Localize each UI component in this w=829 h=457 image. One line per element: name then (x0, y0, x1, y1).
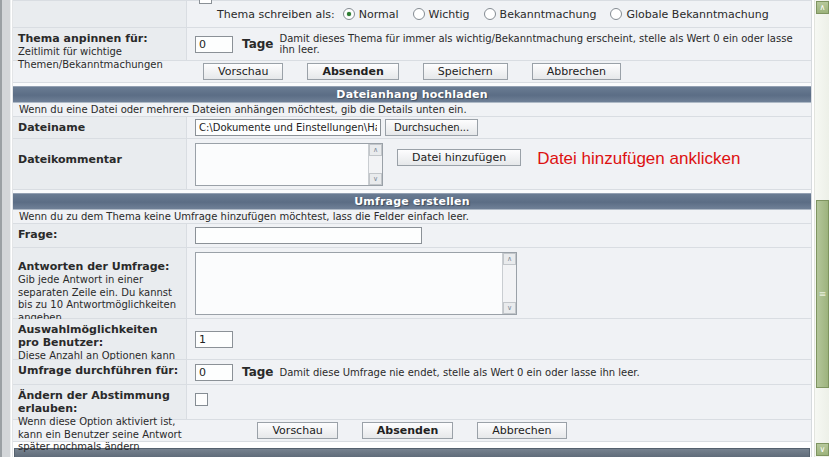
pin-days-input[interactable] (195, 36, 233, 53)
scroll-down-icon[interactable]: ∨ (369, 173, 382, 185)
pin-topic-label: Thema anpinnen für: (18, 32, 148, 45)
poll-question-input[interactable] (195, 227, 422, 244)
poll-duration-label: Umfrage durchführen für: (18, 364, 178, 377)
poll-duration-input[interactable] (195, 364, 233, 381)
poll-intro: Wenn du zu dem Thema keine Umfrage hinzu… (13, 210, 811, 224)
radio-normal-icon[interactable] (343, 8, 355, 20)
topic-type-row: Thema schreiben als: Normal Wichtig Beka… (13, 0, 811, 28)
scrollbar-down-icon[interactable]: ∨ (816, 443, 829, 456)
cutoff-checkbox-fragment (199, 0, 212, 4)
topic-type-option-bekanntmachung[interactable]: Bekanntmachung (484, 8, 597, 21)
posting-form-panel: Thema schreiben als: Normal Wichtig Beka… (12, 0, 812, 457)
poll-max-options-input[interactable] (195, 331, 233, 348)
page-left-border (0, 0, 11, 457)
poll-answers-label: Antworten der Umfrage: (18, 260, 169, 273)
poll-section-header: Umfrage erstellen (13, 193, 811, 210)
poll-answers-field-cell: ∧ ∨ (187, 248, 811, 318)
save-button[interactable]: Speichern (423, 63, 508, 80)
poll-answers-textarea[interactable] (196, 253, 502, 314)
poll-revote-row: Ändern der Abstimmung erlauben: Wenn die… (13, 385, 811, 420)
scrollbar-up-icon[interactable]: ∧ (816, 1, 829, 14)
pin-days-unit: Tage (242, 37, 273, 51)
scroll-up-icon[interactable]: ∧ (369, 144, 382, 156)
topic-type-option-wichtig[interactable]: Wichtig (413, 8, 470, 21)
cancel-button-bottom[interactable]: Abbrechen (477, 422, 566, 439)
poll-duration-unit: Tage (242, 365, 273, 379)
file-comment-row: Dateikommentar ∧ ∨ Datei hinzufügen Date… (13, 139, 811, 190)
pin-topic-row: Thema anpinnen für: Zeitlimit für wichti… (13, 28, 811, 61)
poll-max-options-field-cell (187, 319, 811, 359)
allow-revote-checkbox[interactable] (195, 393, 208, 406)
poll-revote-label: Ändern der Abstimmung erlauben: (18, 389, 170, 415)
file-comment-textarea[interactable] (196, 144, 368, 185)
topic-type-option-globale-bekanntmachung[interactable]: Globale Bekanntmachung (610, 8, 768, 21)
radio-wichtig-label: Wichtig (429, 8, 470, 21)
topic-type-label: Thema schreiben als: (217, 8, 335, 21)
topic-type-option-normal[interactable]: Normal (343, 8, 399, 21)
pin-topic-field-cell: Tage Damit dieses Thema für immer als wi… (187, 28, 811, 60)
poll-revote-field-cell (187, 385, 811, 419)
submit-button-bottom[interactable]: Absenden (362, 422, 453, 439)
page-scrollbar[interactable]: ∧ ≡ ∨ (814, 0, 829, 457)
poll-answers-scrollbar[interactable]: ∧ ∨ (502, 253, 516, 314)
scroll-up-icon[interactable]: ∧ (503, 253, 516, 265)
poll-question-row: Frage: (13, 224, 811, 248)
filename-field-cell: Durchsuchen... (187, 117, 811, 138)
file-comment-scrollbar[interactable]: ∧ ∨ (368, 144, 382, 185)
poll-question-label-cell: Frage: (13, 224, 187, 247)
radio-bekanntmachung-label: Bekanntmachung (500, 8, 597, 21)
poll-max-options-row: Auswahlmöglichkeiten pro Benutzer: Diese… (13, 319, 811, 360)
filename-label-cell: Dateiname (13, 117, 187, 138)
pin-topic-sublabel: Zeitlimit für wichtige Themen/Bekanntmac… (18, 46, 182, 71)
poll-revote-label-cell: Ändern der Abstimmung erlauben: Wenn die… (13, 385, 187, 419)
poll-question-label: Frage: (18, 228, 57, 241)
topic-type-field-cell: Thema schreiben als: Normal Wichtig Beka… (187, 1, 811, 27)
file-comment-label: Dateikommentar (18, 153, 122, 166)
add-file-button[interactable]: Datei hinzufügen (397, 149, 521, 166)
poll-duration-field-cell: Tage Damit diese Umfrage nie endet, stel… (187, 360, 811, 384)
posting-form-page: Thema schreiben als: Normal Wichtig Beka… (0, 0, 829, 457)
preview-button-top[interactable]: Vorschau (203, 63, 283, 80)
scroll-down-icon[interactable]: ∨ (503, 302, 516, 314)
radio-wichtig-icon[interactable] (413, 8, 425, 20)
browse-button[interactable]: Durchsuchen... (385, 119, 478, 136)
radio-bekanntmachung-icon[interactable] (484, 8, 496, 20)
radio-globale-bekanntmachung-label: Globale Bekanntmachung (626, 8, 768, 21)
submit-button-top[interactable]: Absenden (307, 63, 398, 80)
filename-row: Dateiname Durchsuchen... (13, 117, 811, 139)
poll-answers-label-cell: Antworten der Umfrage: Gib jede Antwort … (13, 248, 187, 318)
filename-label: Dateiname (18, 121, 85, 134)
poll-duration-hint: Damit diese Umfrage nie endet, stelle al… (279, 367, 639, 378)
poll-answers-row: Antworten der Umfrage: Gib jede Antwort … (13, 248, 811, 319)
pin-topic-label-cell: Thema anpinnen für: Zeitlimit für wichti… (13, 28, 187, 60)
poll-max-options-label-cell: Auswahlmöglichkeiten pro Benutzer: Diese… (13, 319, 187, 359)
attachment-section-header: Dateianhang hochladen (13, 86, 811, 103)
poll-duration-label-cell: Umfrage durchführen für: (13, 360, 187, 384)
pin-days-hint: Damit dieses Thema für immer als wichtig… (279, 33, 803, 55)
poll-max-options-label: Auswahlmöglichkeiten pro Benutzer: (18, 323, 158, 349)
poll-revote-sublabel: Wenn diese Option aktiviert ist, kann ei… (18, 416, 182, 454)
radio-globale-bekanntmachung-icon[interactable] (610, 8, 622, 20)
cancel-button-top[interactable]: Abbrechen (532, 63, 621, 80)
poll-duration-row: Umfrage durchführen für: Tage Damit dies… (13, 360, 811, 385)
poll-answers-textarea-frame: ∧ ∨ (195, 252, 517, 315)
poll-question-field-cell (187, 224, 811, 247)
attachment-intro: Wenn du eine Datei oder mehrere Dateien … (13, 103, 811, 117)
poll-answers-sublabel: Gib jede Antwort in einer separaten Zeil… (18, 274, 182, 324)
file-comment-field-cell: ∧ ∨ Datei hinzufügen Datei hinzufügen an… (187, 139, 811, 189)
tutorial-annotation: Datei hinzufügen anklicken (537, 149, 740, 169)
scrollbar-thumb[interactable]: ≡ (816, 200, 829, 388)
file-comment-textarea-frame: ∧ ∨ (195, 143, 383, 186)
file-comment-label-cell: Dateikommentar (13, 139, 187, 189)
radio-normal-label: Normal (359, 8, 399, 21)
filename-input[interactable] (195, 119, 381, 136)
topic-type-label-cell (13, 1, 187, 27)
preview-button-bottom[interactable]: Vorschau (257, 422, 337, 439)
